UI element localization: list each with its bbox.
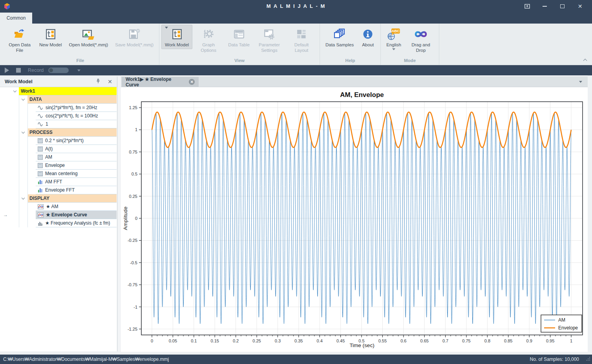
svg-text:0.7: 0.7: [442, 338, 448, 343]
pin-icon[interactable]: [96, 78, 100, 85]
svg-text:0.3: 0.3: [275, 338, 281, 343]
svg-text:0.25: 0.25: [129, 194, 137, 199]
ribbon-tab-common[interactable]: Common: [0, 13, 32, 24]
work-model-panel-header: Work Model ✕: [0, 77, 117, 87]
svg-text:0.4: 0.4: [317, 338, 323, 343]
tree-row-a-t[interactable]: A(t): [0, 145, 117, 153]
sine-wave-icon: [38, 122, 43, 127]
english-icon: ABC: [387, 27, 400, 41]
panel-close-icon[interactable]: ✕: [108, 79, 112, 84]
work-model-tree: Work1DATAsin(2*pi*fm*t), fm = 20Hzcos(2*…: [0, 87, 117, 227]
collapse-ribbon-button[interactable]: [584, 58, 587, 62]
calculator-icon: [38, 171, 43, 176]
record-toggle-knob: [49, 68, 53, 72]
svg-text:-0.5: -0.5: [130, 260, 137, 265]
tree-row-envelope[interactable]: Envelope: [0, 161, 117, 170]
expander-chevron-icon[interactable]: [13, 89, 16, 92]
tree-row-display[interactable]: DISPLAY: [0, 194, 117, 203]
save-model-icon: [128, 27, 140, 41]
ribbon-button-open-model-mmj[interactable]: Open Model(*.mmj): [66, 25, 112, 49]
record-bar: Record: [0, 65, 592, 75]
document-area: Work1▶ ★ Envelope Curve ✕ 00.050.10.150.…: [121, 75, 588, 352]
svg-text:AM, Envelope: AM, Envelope: [340, 91, 384, 99]
tree-row-cos-2-pi-fc-t-fc-100hz[interactable]: cos(2*pi*fc*t), fc = 100Hz: [0, 112, 117, 120]
tree-row-process[interactable]: PROCESS: [0, 128, 117, 137]
panel-title: Work Model: [5, 79, 96, 84]
play-icon[interactable]: [5, 68, 9, 73]
drag-drop-icon: [413, 27, 428, 41]
data-samples-icon: [333, 27, 346, 41]
tree-row-envelope-curve[interactable]: →★ Envelope Curve: [0, 211, 117, 219]
ribbon-groups: Open Data FileNew ModelOpen Model(*.mmj)…: [2, 24, 439, 65]
svg-text:0.25: 0.25: [252, 338, 261, 343]
tree-row-sin-2-pi-fm-t-fm-20hz[interactable]: sin(2*pi*fm*t), fm = 20Hz: [0, 104, 117, 112]
tree-row-am[interactable]: AM: [0, 153, 117, 161]
maximize-button[interactable]: [554, 0, 571, 13]
graph-options-icon: [203, 27, 214, 41]
svg-text:0.35: 0.35: [294, 338, 303, 343]
svg-text:0.75: 0.75: [462, 338, 470, 343]
work-model-icon: [172, 27, 183, 41]
stop-icon[interactable]: [16, 68, 21, 73]
ribbon-group-mode: ABCEnglishDrag and DropMode: [381, 24, 439, 65]
tree-row-0-2-sin-2-pi-fm-t[interactable]: 0.2 * sin(2*pi*fm*t): [0, 137, 117, 145]
document-tab-bar: Work1▶ ★ Envelope Curve ✕: [121, 76, 588, 87]
ribbon-button-drag-and-drop[interactable]: Drag and Drop: [405, 25, 437, 54]
tree-row-frequency-analysis-fc-fm[interactable]: ★ Frequency Analysis (fc ± fm): [0, 219, 117, 227]
expander-chevron-icon[interactable]: [22, 196, 25, 199]
svg-text:Amplitude: Amplitude: [122, 207, 128, 230]
chart-canvas[interactable]: 00.050.10.150.20.250.30.350.40.450.50.55…: [121, 87, 587, 352]
current-item-arrow: →: [3, 212, 8, 218]
parameter-settings-icon: [263, 27, 275, 41]
default-layout-icon: [296, 27, 307, 41]
tree-row-am[interactable]: ★ AM: [0, 203, 117, 211]
ribbon-group-view: Work ModelGraph OptionsData TableParamet…: [159, 24, 320, 65]
ribbon-button-open-data-file[interactable]: Open Data File: [4, 25, 36, 54]
minimize-button[interactable]: [536, 0, 554, 13]
tree-row-data[interactable]: DATA: [0, 95, 117, 104]
svg-text:Envelope: Envelope: [558, 325, 578, 331]
expander-chevron-icon[interactable]: [22, 130, 25, 134]
ribbon-button-about[interactable]: About: [357, 25, 378, 49]
svg-text:0.45: 0.45: [336, 338, 345, 343]
application-window: M A L M I J A L - M ✕ Common Open Data F…: [0, 0, 592, 364]
svg-text:0.1: 0.1: [191, 338, 197, 343]
tab-list-dropdown-caret[interactable]: [579, 81, 582, 83]
tree-row-mean-centering[interactable]: Mean centering: [0, 170, 117, 178]
tree-row-1[interactable]: 1: [0, 120, 117, 128]
tree-guide-line: [27, 104, 28, 227]
calculator-icon: [38, 163, 43, 168]
ribbon-button-data-samples[interactable]: Data Samples: [322, 25, 357, 49]
document-tab-label: Work1▶ ★ Envelope Curve: [126, 77, 185, 88]
ribbon-pin-icon[interactable]: [518, 0, 536, 13]
tab-close-icon[interactable]: ✕: [189, 79, 195, 85]
document-tab-envelope-curve[interactable]: Work1▶ ★ Envelope Curve ✕: [122, 77, 199, 87]
record-dropdown-caret[interactable]: [77, 70, 80, 71]
open-data-file-icon: [13, 27, 26, 41]
ribbon-button-default-layout: Default Layout: [285, 25, 318, 54]
dropdown-caret-icon: [165, 27, 168, 29]
ribbon-button-parameter-settings: Parameter Settings: [253, 25, 285, 54]
svg-text:1: 1: [135, 127, 137, 132]
close-button[interactable]: ✕: [571, 0, 589, 13]
fft-bars-icon: [38, 188, 43, 193]
expander-chevron-icon[interactable]: [22, 97, 25, 101]
svg-text:0.85: 0.85: [504, 338, 512, 343]
panel-splitter[interactable]: [118, 77, 121, 351]
line-chart-icon: [38, 204, 44, 209]
window-title: M A L M I J A L - M: [0, 0, 592, 13]
ribbon-button-english[interactable]: ABCEnglish: [383, 25, 405, 51]
status-bar: C:₩Users₩Administrator₩Documents₩Malmija…: [0, 355, 592, 364]
record-toggle[interactable]: [48, 68, 69, 73]
tree-row-envelope-fft[interactable]: Envelope FFT: [0, 186, 117, 194]
svg-text:1.25: 1.25: [129, 105, 137, 110]
svg-text:-0.75: -0.75: [128, 282, 137, 287]
tree-row-work1[interactable]: Work1: [0, 87, 117, 95]
svg-text:0: 0: [151, 338, 153, 343]
svg-text:0.75: 0.75: [129, 150, 137, 154]
calculator-icon: [38, 155, 43, 160]
ribbon-button-work-model[interactable]: Work Model: [161, 25, 192, 49]
ribbon-button-new-model[interactable]: New Model: [36, 25, 66, 49]
tree-row-am-fft[interactable]: AM FFT: [0, 178, 117, 186]
resize-grip-icon[interactable]: [586, 357, 590, 362]
